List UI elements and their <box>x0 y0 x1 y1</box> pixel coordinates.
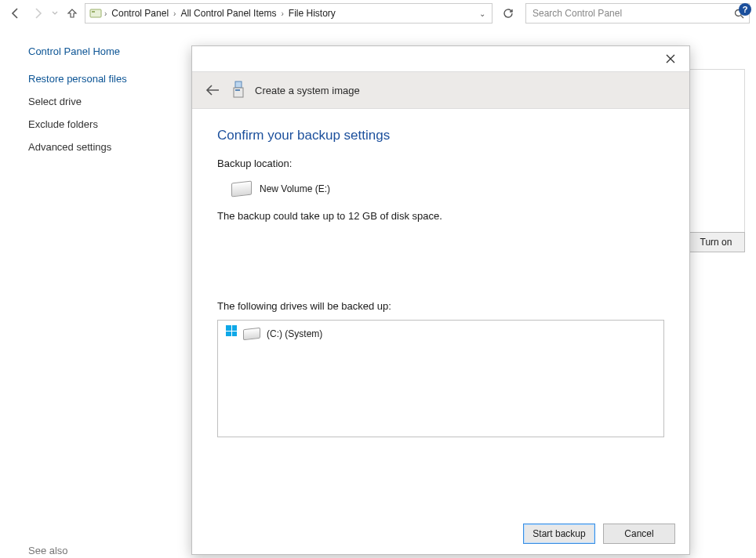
start-backup-button[interactable]: Start backup <box>523 524 595 544</box>
sidebar-link-exclude-folders[interactable]: Exclude folders <box>28 118 192 130</box>
turn-on-button[interactable]: Turn on <box>687 232 745 252</box>
search-input-wrapper[interactable] <box>525 3 750 24</box>
refresh-button[interactable] <box>499 4 518 23</box>
dialog-wizard-title: Create a system image <box>255 85 360 96</box>
drive-list-item[interactable]: (C:) (System) <box>224 325 657 342</box>
windows-logo-icon <box>226 325 237 336</box>
sidebar-home-link[interactable]: Control Panel Home <box>28 45 192 57</box>
chevron-right-icon: › <box>172 9 177 18</box>
hard-drive-icon <box>231 182 252 196</box>
search-input[interactable] <box>531 7 734 20</box>
drive-list[interactable]: (C:) (System) <box>217 320 664 437</box>
cancel-button[interactable]: Cancel <box>603 524 675 544</box>
wizard-icon <box>230 79 247 101</box>
svg-rect-6 <box>235 89 240 91</box>
nav-forward-button <box>28 4 47 23</box>
drive-list-item-label: (C:) (System) <box>267 328 322 339</box>
backup-location-label: Backup location: <box>217 158 664 169</box>
help-icon[interactable]: ? <box>739 3 751 16</box>
chevron-right-icon: › <box>279 9 285 18</box>
chevron-right-icon: › <box>103 9 108 18</box>
system-image-dialog: Create a system image Confirm your backu… <box>191 45 690 555</box>
breadcrumb-item[interactable]: Control Panel <box>108 8 172 19</box>
nav-up-button[interactable] <box>63 4 82 23</box>
svg-rect-4 <box>235 82 242 88</box>
svg-rect-1 <box>92 11 95 13</box>
backup-size-text: The backup could take up to 12 GB of dis… <box>217 210 664 222</box>
nav-history-dropdown[interactable] <box>50 4 60 23</box>
dialog-back-button[interactable] <box>203 81 222 100</box>
dialog-close-button[interactable] <box>658 49 683 68</box>
svg-rect-5 <box>234 88 243 97</box>
backup-location-value: New Volume (E:) <box>260 183 330 194</box>
chevron-down-icon[interactable]: ⌄ <box>476 9 489 18</box>
address-bar[interactable]: › Control Panel › All Control Panel Item… <box>85 3 492 24</box>
sidebar-link-restore[interactable]: Restore personal files <box>28 73 192 85</box>
dialog-heading: Confirm your backup settings <box>217 128 664 143</box>
sidebar-link-advanced-settings[interactable]: Advanced settings <box>28 141 192 153</box>
drive-list-label: The following drives will be backed up: <box>217 300 664 312</box>
sidebar-link-select-drive[interactable]: Select drive <box>28 96 192 107</box>
see-also-label: See also <box>28 545 192 556</box>
nav-back-button[interactable] <box>6 4 25 23</box>
breadcrumb-item[interactable]: File History <box>285 8 339 19</box>
breadcrumb-item[interactable]: All Control Panel Items <box>177 8 279 19</box>
hard-drive-icon <box>243 328 260 339</box>
svg-rect-0 <box>90 9 101 17</box>
control-panel-icon <box>89 6 103 20</box>
